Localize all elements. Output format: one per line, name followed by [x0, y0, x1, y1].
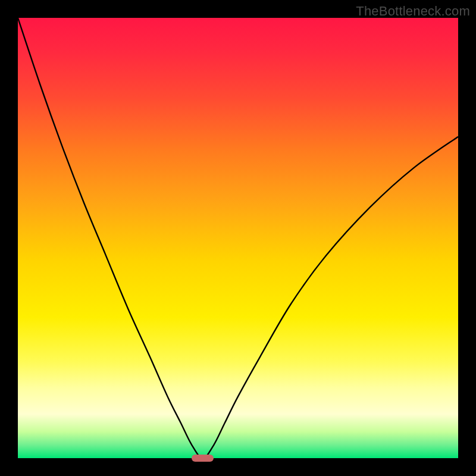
plot-area	[18, 18, 458, 458]
curve-layer	[18, 18, 458, 458]
watermark-text: TheBottleneck.com	[356, 4, 470, 19]
bottleneck-curve	[18, 18, 458, 458]
optimal-marker	[192, 455, 214, 462]
chart-canvas: TheBottleneck.com	[0, 0, 476, 476]
